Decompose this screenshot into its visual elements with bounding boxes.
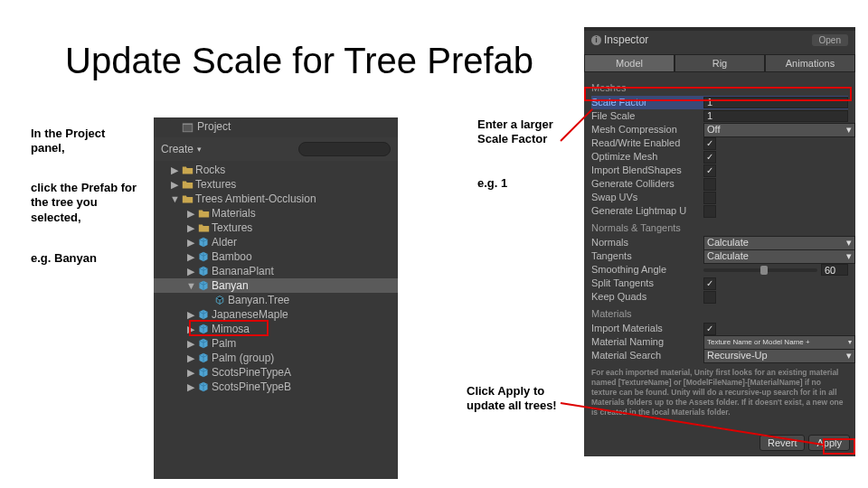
tree-item-textures[interactable]: ▶Textures [154,221,398,235]
tangents-select[interactable]: Calculate▾ [703,249,855,264]
mesh-icon [213,294,226,306]
normals-header: Normals & Tangents [591,221,848,235]
tree-item-trees-ambient-occlusion[interactable]: ▼Trees Ambient-Occlusion [154,192,398,206]
file-scale-input[interactable] [703,110,848,122]
expand-arrow[interactable]: ▶ [186,266,195,277]
gencolliders-checkbox[interactable] [703,178,716,191]
prefab-icon [197,265,210,277]
instruction-1: In the Project panel, [31,127,130,156]
tree-item-label: Textures [195,178,236,191]
svg-rect-1 [183,125,192,131]
prefab-icon [197,308,210,321]
blendshapes-checkbox[interactable]: ✓ [703,164,716,177]
tree-item-alder[interactable]: ▶Alder [154,235,398,249]
project-search[interactable] [298,142,391,156]
annotation-box-apply [823,438,855,455]
readwrite-label: Read/Write Enabled [591,136,700,150]
optimize-checkbox[interactable]: ✓ [703,151,716,164]
tree-item-bananaplant[interactable]: ▶BananaPlant [154,264,398,278]
create-button[interactable]: Create [161,143,193,155]
expand-arrow[interactable]: ▶ [186,208,195,220]
tree-item-scotspinetypea[interactable]: ▶ScotsPineTypeA [154,365,398,380]
expand-arrow[interactable]: ▶ [186,338,195,350]
tree-item-rocks[interactable]: ▶Rocks [154,163,398,177]
material-naming-select[interactable]: Texture Name or Model Name +▾ [703,335,855,350]
expand-arrow[interactable]: ▶ [170,164,179,176]
mesh-compression-select[interactable]: Off▾ [703,123,855,137]
expand-arrow[interactable]: ▶ [186,237,195,249]
tree-item-bamboo[interactable]: ▶Bamboo [154,249,398,264]
smoothing-value[interactable] [821,264,848,276]
tab-animations[interactable]: Animations [765,54,855,72]
prefab-icon [197,236,210,249]
tree-item-palm[interactable]: ▶Palm [154,336,398,351]
annotation-box-scale-factor [584,87,852,101]
tree-item-label: ScotsPineTypeA [212,366,291,379]
split-tangents-label: Split Tangents [591,277,700,290]
tree-item-scotspinetypeb[interactable]: ▶ScotsPineTypeB [154,380,398,394]
tree-item-label: JapaneseMaple [212,308,288,321]
tree-item-textures[interactable]: ▶Textures [154,177,398,192]
tree-item-label: Trees Ambient-Occlusion [195,192,316,205]
annotation-box-banyan [189,320,269,336]
inspector-tab[interactable]: i Inspector Open [584,31,855,49]
tree-item-banyan-tree[interactable]: Banyan.Tree [154,293,398,307]
project-tab[interactable]: Project [170,117,241,136]
create-dropdown-icon[interactable]: ▾ [197,145,202,154]
expand-arrow[interactable]: ▶ [170,179,179,191]
tab-model[interactable]: Model [584,54,675,72]
readwrite-checkbox[interactable]: ✓ [703,137,716,150]
tangents-label: Tangents [591,249,700,263]
expand-arrow[interactable]: ▶ [186,381,195,393]
file-scale-label: File Scale [591,109,700,123]
tree-item-label: Alder [212,236,237,249]
prefab-icon [197,337,210,350]
inspector-tab-label: Inspector [604,33,648,46]
tree-item-label: Banyan [212,279,249,292]
project-tab-label: Project [197,120,231,133]
import-materials-checkbox[interactable]: ✓ [703,323,716,335]
material-hint: For each imported material, Unity first … [584,364,855,418]
expand-arrow[interactable]: ▶ [186,352,195,364]
material-naming-label: Material Naming [591,335,700,349]
smoothing-slider[interactable] [703,268,817,272]
tree-item-label: Rocks [195,164,225,176]
open-button[interactable]: Open [812,34,848,46]
expand-arrow[interactable]: ▶ [186,251,195,263]
prefab-icon [197,366,210,379]
tree-item-label: Palm [212,337,236,350]
lightmap-label: Generate Lightmap U [591,204,700,218]
normals-select[interactable]: Calculate▾ [703,236,855,250]
swapuvs-checkbox[interactable] [703,192,716,204]
instruction-6: Click Apply to update all trees! [467,384,575,414]
tree-item-label: Textures [212,221,252,234]
normals-label: Normals [591,236,700,249]
tree-item-materials[interactable]: ▶Materials [154,206,398,221]
project-icon [181,120,193,133]
inspector-info-icon: i [591,35,601,45]
expand-arrow[interactable]: ▶ [186,222,195,234]
expand-arrow[interactable]: ▶ [186,367,195,379]
chevron-down-icon: ▾ [846,249,852,263]
keep-quads-checkbox[interactable] [703,291,716,304]
lightmap-checkbox[interactable] [703,205,716,218]
tree-item-banyan[interactable]: ▼Banyan [154,278,398,293]
split-tangents-checkbox[interactable]: ✓ [703,277,716,290]
folder-icon [181,164,193,176]
tree-item-label: BananaPlant [212,265,274,277]
expand-arrow[interactable]: ▶ [186,309,195,321]
prefab-icon [197,380,210,393]
folder-icon [181,178,193,191]
swapuvs-label: Swap UVs [591,191,700,204]
folder-icon [197,207,210,220]
tree-item-label: Palm (group) [212,352,274,364]
tab-rig[interactable]: Rig [675,54,765,72]
instruction-3: e.g. Banyan [31,251,130,266]
tree-item-palm-group-[interactable]: ▶Palm (group) [154,351,398,365]
expand-arrow[interactable]: ▼ [170,193,179,204]
tree-item-label: Banyan.Tree [228,294,289,306]
material-search-select[interactable]: Recursive-Up▾ [703,349,855,363]
prefab-icon [197,279,210,292]
materials-header: Materials [591,307,848,321]
expand-arrow[interactable]: ▼ [186,280,195,291]
